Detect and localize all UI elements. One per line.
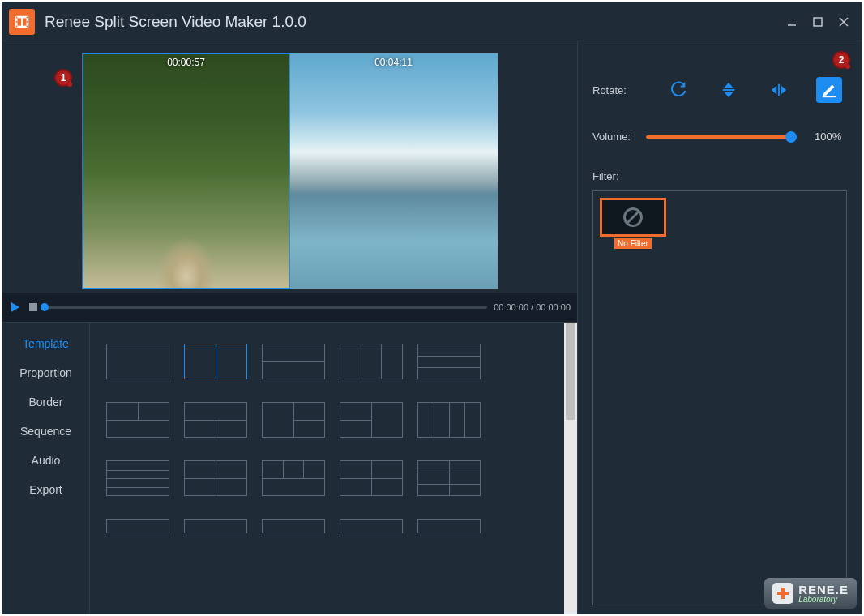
- template-peek-1[interactable]: [106, 519, 169, 533]
- rotate-cw-button[interactable]: [665, 77, 691, 103]
- seek-track[interactable]: [45, 306, 487, 309]
- app-window: Renee Split Screen Video Maker 1.0.0 1 0…: [2, 2, 862, 614]
- template-grid: [90, 323, 562, 614]
- minimize-button[interactable]: [781, 11, 803, 33]
- filter-item-label: No Filter: [614, 238, 652, 249]
- template-peek-4[interactable]: [340, 519, 403, 533]
- filter-list: No Filter: [592, 190, 847, 605]
- svg-rect-20: [777, 592, 789, 595]
- template-l-split-c[interactable]: [262, 402, 325, 438]
- window-controls: [781, 11, 855, 33]
- svg-point-8: [27, 25, 28, 27]
- template-peek-3[interactable]: [262, 519, 325, 533]
- volume-knob[interactable]: [785, 131, 797, 143]
- template-peek-5[interactable]: [417, 519, 481, 533]
- flip-vertical-button[interactable]: [716, 77, 742, 103]
- template-l-split-d[interactable]: [340, 402, 403, 438]
- template-2row[interactable]: [262, 344, 325, 379]
- template-2x2[interactable]: [184, 460, 247, 496]
- tab-border[interactable]: Border: [2, 387, 89, 417]
- template-1x1[interactable]: [106, 344, 169, 379]
- svg-rect-1: [18, 18, 22, 25]
- svg-point-5: [16, 25, 18, 27]
- preview-split: 00:00:57 00:04:11: [82, 53, 498, 289]
- tab-template[interactable]: Template: [2, 329, 89, 358]
- filter-item-nofilter[interactable]: No Filter: [600, 198, 666, 249]
- svg-point-3: [16, 16, 18, 18]
- template-4row[interactable]: [106, 460, 169, 496]
- annotation-badge-1: 1: [54, 69, 72, 87]
- clip-2-timestamp: 00:04:11: [290, 57, 498, 68]
- tab-proportion[interactable]: Proportion: [2, 358, 89, 387]
- brand-sub: Laboratory: [798, 596, 849, 604]
- edit-button[interactable]: [816, 77, 842, 103]
- annotation-badge-2-text: 2: [839, 54, 845, 66]
- template-4col[interactable]: [417, 402, 481, 438]
- volume-slider[interactable]: [646, 135, 792, 139]
- template-mix-b[interactable]: [340, 460, 403, 496]
- svg-rect-10: [814, 18, 822, 26]
- template-peek-2[interactable]: [184, 519, 247, 533]
- clip-2[interactable]: 00:04:11: [290, 53, 498, 289]
- annotation-badge-2: 2: [832, 51, 850, 69]
- template-l-split-a[interactable]: [106, 402, 169, 438]
- app-title: Renee Split Screen Video Maker 1.0.0: [45, 13, 306, 31]
- seek-knob[interactable]: [41, 303, 49, 311]
- tab-audio[interactable]: Audio: [2, 446, 89, 475]
- template-3row[interactable]: [417, 344, 481, 379]
- side-tabs: Template Proportion Border Sequence Audi…: [2, 323, 90, 614]
- clip-1[interactable]: 00:00:57: [83, 53, 290, 289]
- template-l-split-b[interactable]: [184, 402, 247, 438]
- template-mix-a[interactable]: [262, 460, 325, 496]
- rotate-label: Rotate:: [592, 84, 641, 96]
- preview-area: 1 00:00:57 00:04:11: [2, 41, 577, 293]
- app-icon: [9, 9, 35, 35]
- stop-button[interactable]: [28, 302, 38, 312]
- tab-export[interactable]: Export: [2, 475, 89, 504]
- flip-horizontal-button[interactable]: [766, 77, 792, 103]
- maximize-button[interactable]: [806, 11, 829, 33]
- svg-rect-2: [23, 18, 27, 25]
- tab-sequence[interactable]: Sequence: [2, 417, 89, 446]
- filter-label: Filter:: [592, 170, 847, 182]
- titlebar: Renee Split Screen Video Maker 1.0.0: [2, 2, 862, 41]
- nofilter-icon: [600, 198, 666, 237]
- clip-1-timestamp: 00:00:57: [83, 57, 290, 68]
- template-2col[interactable]: [184, 344, 247, 379]
- svg-point-4: [16, 21, 18, 23]
- volume-label: Volume:: [592, 130, 638, 143]
- annotation-badge-1-text: 1: [61, 72, 66, 83]
- svg-line-18: [627, 212, 639, 223]
- time-readout: 00:00:00 / 00:00:00: [494, 302, 571, 312]
- play-button[interactable]: [9, 301, 22, 314]
- template-3col[interactable]: [340, 344, 403, 379]
- template-scroll-thumb[interactable]: [566, 323, 575, 420]
- brand-plus-icon: [772, 583, 793, 604]
- svg-point-6: [27, 16, 28, 18]
- svg-point-7: [27, 21, 28, 23]
- volume-value: 100%: [815, 130, 841, 143]
- svg-rect-13: [29, 303, 37, 311]
- brand-logo: RENE.E Laboratory: [764, 578, 857, 609]
- close-button[interactable]: [832, 11, 855, 33]
- template-mix-c[interactable]: [417, 460, 481, 496]
- template-scrollbar[interactable]: [564, 323, 577, 614]
- brand-name: RENE.E: [798, 584, 849, 596]
- playbar: 00:00:00 / 00:00:00: [2, 293, 577, 322]
